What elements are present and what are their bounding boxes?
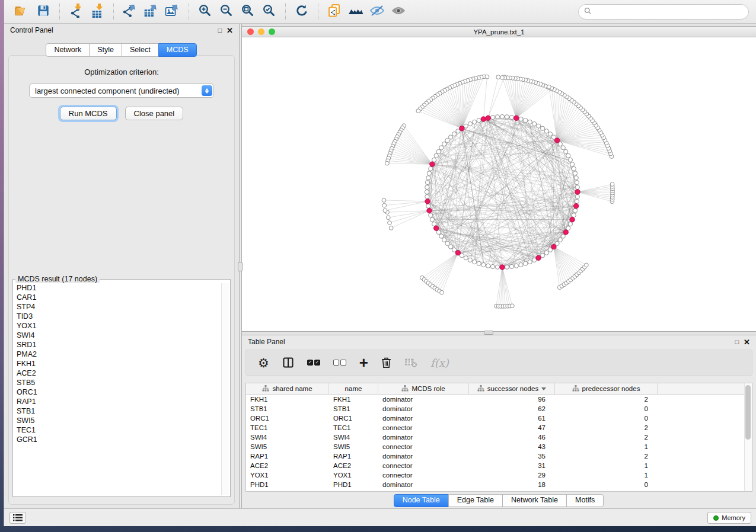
show-all-button[interactable] [388,2,409,21]
tab-network-table[interactable]: Network Table [502,494,567,507]
mcds-result-item[interactable]: TEC1 [17,425,221,435]
cell-predecessor-nodes[interactable]: 2 [555,451,658,461]
cell-successor-nodes[interactable]: 47 [469,423,555,432]
memory-button[interactable]: Memory [707,512,751,524]
cell-shared-name[interactable]: PHD1 [246,480,329,489]
mcds-result-item[interactable]: STB5 [17,378,221,387]
cell-name[interactable]: ORC1 [329,414,378,423]
close-panel-button[interactable]: Close panel [125,107,184,120]
cell-MCDS-role[interactable]: dominator [378,414,469,423]
table-row[interactable]: YOX1YOX1connector291 [246,470,752,480]
cell-predecessor-nodes[interactable]: 2 [555,423,658,432]
mcds-result-item[interactable]: SRD1 [17,340,221,350]
tab-network[interactable]: Network [46,43,90,57]
mcds-result-item[interactable]: STB1 [17,406,221,416]
table-row[interactable]: PHD1PHD1dominator180 [246,480,752,489]
cell-shared-name[interactable]: ACE2 [246,461,329,470]
run-mcds-button[interactable]: Run MCDS [60,107,117,120]
cell-shared-name[interactable]: YOX1 [246,470,329,480]
cell-name[interactable]: RAP1 [329,451,378,461]
tab-select[interactable]: Select [122,43,159,57]
cell-successor-nodes[interactable]: 96 [469,395,555,404]
table-row[interactable]: STB1STB1dominator620 [246,404,752,414]
import-network-button[interactable] [65,2,87,21]
float-panel-icon[interactable]: □ [218,27,222,34]
first-neighbors-button[interactable] [345,2,366,21]
vertical-splitter-handle[interactable] [238,262,243,271]
cell-name[interactable]: SWI4 [329,432,378,442]
cell-successor-nodes[interactable]: 46 [469,432,555,442]
cell-shared-name[interactable]: SWI5 [246,442,329,451]
mcds-result-item[interactable]: TID3 [17,312,221,321]
cell-shared-name[interactable]: RAP1 [246,451,329,461]
gear-icon[interactable]: ⚙ [258,357,269,369]
mcds-result-item[interactable]: ACE2 [17,368,221,378]
cell-name[interactable]: SWI5 [329,442,378,451]
cell-predecessor-nodes[interactable]: 1 [555,461,658,470]
cell-name[interactable]: FKH1 [329,395,378,404]
mcds-result-list[interactable]: PHD1CAR1STP4TID3YOX1SWI4SRD1PMA2FKH1ACE2… [14,283,221,495]
table-row[interactable]: SWI4SWI4dominator462 [246,432,752,442]
cell-shared-name[interactable]: STB1 [246,404,329,414]
cell-MCDS-role[interactable]: dominator [378,480,469,489]
open-file-button[interactable] [11,2,33,21]
cell-name[interactable]: YOX1 [329,470,378,480]
table-row[interactable]: ORC1ORC1dominator610 [246,414,752,423]
select-all-check-icon[interactable]: ✓✓ [307,360,320,366]
tab-node-table[interactable]: Node Table [394,494,449,507]
cell-successor-nodes[interactable]: 31 [469,461,555,470]
cell-name[interactable]: STB1 [329,404,378,414]
add-column-icon[interactable]: + [359,357,368,369]
cell-MCDS-role[interactable]: connector [378,470,469,480]
cell-MCDS-role[interactable]: connector [378,423,469,432]
mcds-result-item[interactable]: YOX1 [17,321,221,331]
cell-successor-nodes[interactable]: 62 [469,404,555,414]
window-maximize-icon[interactable] [269,28,275,35]
cell-MCDS-role[interactable]: dominator [378,432,469,442]
zoom-out-button[interactable] [216,2,237,21]
close-table-panel-icon[interactable]: ✕ [744,338,750,346]
zoom-in-button[interactable] [194,2,216,21]
result-list-scrollbar[interactable] [221,283,229,495]
cell-shared-name[interactable]: TEC1 [246,423,329,432]
cell-successor-nodes[interactable]: 35 [469,451,555,461]
hide-selected-button[interactable] [366,2,388,21]
cell-MCDS-role[interactable]: connector [378,461,469,470]
cell-successor-nodes[interactable]: 29 [469,470,555,480]
cell-shared-name[interactable]: FKH1 [246,395,329,404]
split-columns-icon[interactable] [282,357,294,368]
mcds-result-item[interactable]: ORC1 [17,387,221,397]
cell-name[interactable]: PHD1 [329,480,378,489]
cell-successor-nodes[interactable]: 43 [469,442,555,451]
mcds-result-item[interactable]: FKH1 [17,359,221,368]
cell-MCDS-role[interactable]: dominator [378,404,469,414]
tab-motifs[interactable]: Motifs [566,494,604,507]
table-row[interactable]: RAP1RAP1dominator352 [246,451,752,461]
cell-predecessor-nodes[interactable]: 0 [555,414,658,423]
window-close-icon[interactable] [247,28,254,35]
cell-predecessor-nodes[interactable]: 0 [555,404,658,414]
window-minimize-icon[interactable] [258,28,264,35]
search-input[interactable] [578,4,749,20]
tab-edge-table[interactable]: Edge Table [448,494,503,507]
cell-name[interactable]: ACE2 [329,461,378,470]
column-header-successor-nodes[interactable]: successor nodes [469,383,555,394]
network-from-selection-button[interactable] [324,2,345,21]
table-row[interactable]: ACE2ACE2connector311 [246,461,752,470]
mcds-result-item[interactable]: PMA2 [17,350,221,359]
search-text-field[interactable] [595,7,743,17]
network-graph[interactable] [242,38,756,331]
export-image-button[interactable] [162,2,183,21]
cell-MCDS-role[interactable]: dominator [378,451,469,461]
cell-predecessor-nodes[interactable]: 1 [555,470,658,480]
table-scrollbar[interactable] [744,383,752,491]
mcds-result-item[interactable]: SWI4 [17,331,221,340]
column-header-MCDS-role[interactable]: MCDS role [378,383,469,394]
cell-name[interactable]: TEC1 [329,423,378,432]
column-header-shared-name[interactable]: shared name [246,383,329,394]
cell-successor-nodes[interactable]: 18 [469,480,555,489]
zoom-selected-button[interactable] [259,2,280,21]
cell-successor-nodes[interactable]: 61 [469,414,555,423]
column-header-name[interactable]: name [329,383,378,394]
close-panel-icon[interactable]: ✕ [227,27,233,34]
